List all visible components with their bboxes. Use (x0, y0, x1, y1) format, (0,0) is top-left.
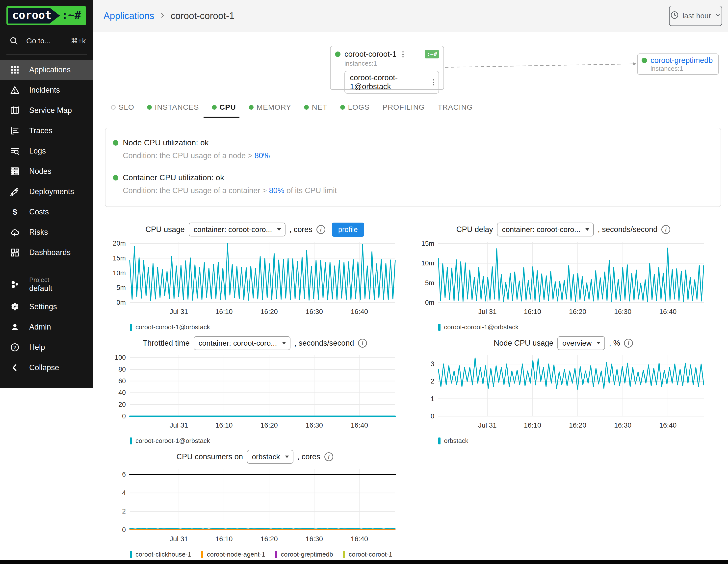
tab-label: INSTANCES (155, 103, 199, 111)
svg-text:16:30: 16:30 (306, 535, 323, 543)
tab-slo[interactable]: SLO (111, 103, 134, 112)
chart-scope-select[interactable]: container: coroot-coro... (194, 336, 290, 350)
svg-text:16:30: 16:30 (306, 308, 323, 315)
legend-item[interactable]: coroot-coroot-1 (343, 551, 392, 558)
info-icon[interactable]: i (324, 452, 333, 461)
legend-item[interactable]: orbstack (438, 437, 468, 445)
sidebar-item-risks[interactable]: Risks (0, 222, 93, 242)
chart-plot[interactable]: Jul 3116:1016:2016:3016:400123 (414, 351, 706, 433)
chart-scope-select[interactable]: overview (557, 336, 605, 350)
profile-button[interactable]: profile (332, 223, 364, 237)
charts-grid: CPU usagecontainer: coroot-coro..., core… (105, 221, 728, 560)
legend-item[interactable]: coroot-coroot-1@orbstack (130, 437, 210, 445)
tab-net[interactable]: NET (304, 103, 327, 112)
coroot-logo-prompt: :~# (61, 9, 81, 23)
tab-logs[interactable]: LOGS (340, 103, 369, 112)
legend-item[interactable]: coroot-coroot-1@orbstack (438, 323, 519, 331)
tab-label: PROFILING (383, 103, 425, 111)
svg-text:2: 2 (431, 378, 434, 385)
sidebar-item-nodes[interactable]: Nodes (0, 161, 93, 181)
svg-text:16:40: 16:40 (659, 421, 676, 429)
tab-memory[interactable]: MEMORY (249, 103, 291, 112)
sidebar-nav: ApplicationsIncidentsService MapTracesLo… (0, 60, 93, 263)
sidebar-item-dashboards[interactable]: Dashboards (0, 242, 93, 263)
legend-label: coroot-coroot-1@orbstack (135, 437, 210, 445)
legend-item[interactable]: coroot-clickhouse-1 (130, 551, 191, 558)
chart-plot[interactable]: Jul 3116:1016:2016:3016:400m5m10m15m (414, 238, 706, 319)
chart-plot[interactable]: Jul 3116:1016:2016:3016:400246 (105, 465, 397, 547)
sidebar-item-costs[interactable]: $Costs (0, 202, 93, 222)
sidebar-item-logs[interactable]: Logs (0, 141, 93, 161)
check-item: Node CPU utilization: ok Condition: the … (113, 138, 713, 160)
sidebar-item-label: Help (29, 343, 45, 352)
sidebar-item-settings[interactable]: Settings (0, 297, 93, 317)
chart-legend: coroot-clickhouse-1coroot-node-agent-1co… (130, 551, 405, 560)
top-bar: Applications coroot-coroot-1 last hour (93, 0, 728, 32)
dependency-name[interactable]: coroot-greptimedb (650, 56, 713, 65)
chart-plot[interactable]: Jul 3116:1016:2016:3016:400m5m10m15m20m (105, 238, 397, 319)
legend-item[interactable]: coroot-coroot-1@orbstack (130, 323, 210, 331)
kebab-menu-icon[interactable] (431, 78, 436, 86)
tab-instances[interactable]: INSTANCES (147, 103, 199, 112)
svg-text:16:10: 16:10 (215, 308, 233, 315)
chart-scope-select[interactable]: container: coroot-coro... (189, 223, 286, 236)
sidebar-item-admin[interactable]: Admin (0, 317, 93, 337)
dependency-node-card[interactable]: coroot-greptimedb instances:1 (637, 53, 719, 75)
sidebar-item-deployments[interactable]: Deployments (0, 181, 93, 202)
legend-item[interactable]: coroot-node-agent-1 (201, 551, 265, 558)
server-stack-icon (9, 166, 20, 176)
sidebar-item-project[interactable]: Project default (0, 273, 93, 297)
tab-tracing[interactable]: TRACING (438, 103, 473, 112)
terminal-badge[interactable]: :~# (425, 50, 439, 58)
sidebar-item-collapse[interactable]: Collapse (0, 358, 93, 378)
sidebar-item-traces[interactable]: Traces (0, 121, 93, 141)
svg-text:16:10: 16:10 (524, 308, 541, 315)
chart-title: Throttled time (143, 339, 190, 348)
app-node-card[interactable]: coroot-coroot-1 :~# instances:1 coroot-c… (330, 46, 444, 90)
svg-text:16:10: 16:10 (215, 421, 233, 429)
tab-profiling[interactable]: PROFILING (383, 103, 425, 112)
info-icon[interactable]: i (358, 339, 367, 348)
chart-plot[interactable]: Jul 3116:1016:2016:3016:40020406080100 (105, 351, 397, 433)
chart-title: CPU usage (145, 225, 185, 234)
status-dot-green (249, 105, 254, 110)
coroot-logo[interactable]: coroot :~# (6, 6, 86, 25)
sidebar-item-incidents[interactable]: Incidents (0, 80, 93, 100)
svg-text:10m: 10m (113, 269, 126, 277)
svg-text:40: 40 (118, 389, 126, 396)
chart-title: CPU delay (456, 225, 493, 234)
breadcrumb-applications-link[interactable]: Applications (104, 11, 154, 21)
sidebar-item-label: Costs (29, 207, 49, 216)
info-icon[interactable]: i (316, 225, 325, 234)
time-range-picker[interactable]: last hour (669, 6, 722, 26)
svg-text:Jul 31: Jul 31 (170, 421, 188, 429)
chart-scope-value: overview (562, 339, 592, 347)
goto-search[interactable]: Go to... ⌘+k (0, 32, 93, 50)
info-icon[interactable]: i (661, 225, 670, 234)
tab-cpu[interactable]: CPU (212, 103, 236, 112)
kebab-menu-icon[interactable] (400, 50, 406, 58)
legend-item[interactable]: coroot-greptimedb (275, 551, 333, 558)
caret-down-icon (597, 342, 600, 344)
legend-marker (438, 437, 441, 444)
instance-box[interactable]: coroot-coroot-1@orbstack (344, 71, 439, 94)
chevron-left-icon (9, 363, 20, 373)
svg-text:0m: 0m (425, 299, 434, 306)
check-threshold[interactable]: 80% (269, 186, 284, 195)
chart-scope-select[interactable]: orbstack (247, 450, 293, 464)
check-threshold[interactable]: 80% (255, 151, 270, 160)
sidebar-item-service-map[interactable]: Service Map (0, 100, 93, 121)
svg-text:15m: 15m (113, 255, 126, 262)
search-icon (8, 36, 19, 46)
chart-scope-select[interactable]: container: coroot-coro... (497, 223, 594, 236)
svg-text:16:20: 16:20 (260, 535, 278, 543)
svg-text:16:20: 16:20 (569, 308, 586, 315)
svg-text:3: 3 (431, 360, 434, 368)
project-name: default (29, 284, 52, 293)
sidebar-item-help[interactable]: ?Help (0, 337, 93, 358)
storm-cloud-icon (9, 227, 20, 237)
info-icon[interactable]: i (624, 339, 633, 348)
legend-marker (343, 551, 345, 558)
sidebar-item-applications[interactable]: Applications (0, 60, 93, 80)
sidebar-footer-nav: SettingsAdmin?HelpCollapse (0, 297, 93, 378)
